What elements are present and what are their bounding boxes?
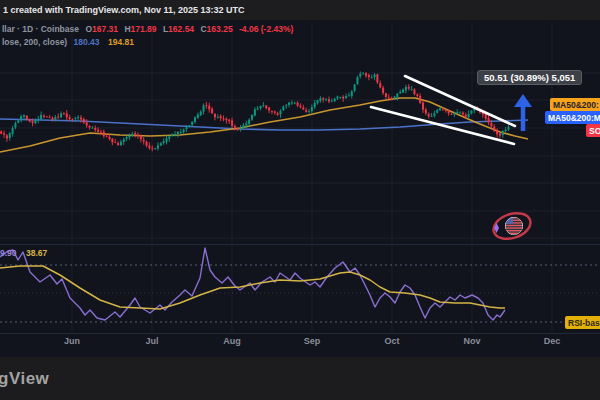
axis-month-label: Aug	[223, 336, 241, 346]
ma-blue-value: 180.43	[74, 37, 100, 47]
price-label-ma-orange[interactable]: MA50&200:	[550, 98, 600, 111]
axis-month-label: Nov	[463, 336, 480, 346]
price-label-ma-blue[interactable]: MA50&200:M	[545, 111, 600, 124]
rsi-ma-label[interactable]: RSI-base	[565, 316, 600, 329]
footer-bar: gView	[0, 357, 600, 400]
ma-settings: lose, 200, close)	[2, 37, 67, 47]
rsi-values-line[interactable]: 9.90 38.67	[0, 248, 47, 258]
low-value: 162.54	[168, 24, 194, 34]
rsi-value: 9.90	[0, 248, 17, 258]
axis-month-label: Dec	[544, 336, 561, 346]
rsi-ma-value: 38.67	[26, 248, 47, 258]
open-label: O	[85, 24, 92, 34]
change-value: -4.06 (-2.43%)	[239, 24, 293, 34]
pane-separator[interactable]	[0, 244, 600, 245]
time-axis[interactable]: JunJulAugSepOctNovDec	[0, 334, 600, 352]
axis-month-label: Oct	[384, 336, 399, 346]
ma-indicator-line[interactable]: lose, 200, close) 180.43 194.81	[2, 37, 134, 47]
axis-month-label: Sep	[304, 336, 321, 346]
axis-month-label: Jun	[64, 336, 80, 346]
attribution-bar: 1 created with TradingView.com, Nov 11, …	[0, 0, 600, 20]
measure-tooltip-text: 50.51 (30.89%) 5,051	[484, 72, 575, 83]
high-value: 171.89	[131, 24, 157, 34]
axis-month-label: Jul	[145, 336, 158, 346]
symbol-name: llar · 1D · Coinbase	[2, 24, 79, 34]
price-label-last[interactable]: SO	[586, 124, 600, 137]
open-value: 167.31	[92, 24, 118, 34]
close-value: 163.25	[207, 24, 233, 34]
attribution-text: 1 created with TradingView.com, Nov 11, …	[0, 5, 245, 15]
ma-orange-value: 194.81	[108, 37, 134, 47]
measure-tooltip: 50.51 (30.89%) 5,051	[477, 70, 582, 85]
tradingview-watermark: gView	[0, 369, 49, 389]
symbol-info-line[interactable]: llar · 1D · Coinbase O167.31 H171.89 L16…	[2, 24, 293, 34]
